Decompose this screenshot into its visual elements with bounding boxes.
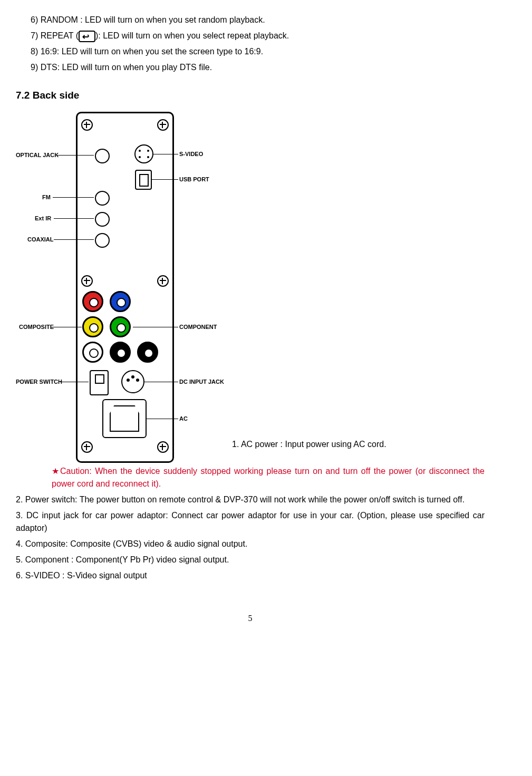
label-optical: OPTICAL JACK [16, 152, 59, 158]
item-7-prefix: 7) REPEAT ( [31, 31, 79, 40]
p5-component: 5. Component : Component(Y Pb Pr) video … [16, 554, 485, 566]
screw-icon [81, 441, 93, 453]
item-7-suffix: ): LED will turn on when you select repe… [95, 31, 289, 40]
item-6-random: 6) RANDOM : LED will turn on when you se… [31, 14, 485, 26]
s-video-port [134, 144, 153, 163]
label-svideo: S-VIDEO [179, 151, 203, 157]
p2-power-switch: 2. Power switch: The power button on rem… [16, 493, 485, 506]
section-heading-back-side: 7.2 Back side [16, 90, 485, 101]
label-composite: COMPOSITE [19, 324, 54, 330]
caution-text: ★Caution: When the device suddenly stopp… [52, 465, 485, 490]
optical-jack-port [95, 149, 110, 163]
item-8-16-9: 8) 16:9: LED will turn on when you set t… [31, 45, 485, 58]
label-fm: FM [42, 194, 51, 200]
rca-black [110, 342, 131, 363]
rca-group [82, 291, 164, 365]
label-powerswitch: POWER SWITCH [16, 379, 62, 385]
coaxial-port [95, 233, 110, 248]
label-coaxial: COAXIAL [27, 236, 54, 242]
rca-white [82, 342, 103, 363]
ac-socket [102, 399, 147, 438]
screw-icon [157, 119, 169, 131]
label-usb: USB PORT [179, 176, 209, 182]
p4-composite: 4. Composite: Composite (CVBS) video & a… [16, 538, 485, 550]
repeat-icon [79, 31, 95, 42]
item-9-dts: 9) DTS: LED will turn on when you play D… [31, 61, 485, 74]
item-7-repeat: 7) REPEAT (): LED will turn on when you … [31, 30, 485, 42]
label-ac: AC [179, 415, 188, 422]
rca-black-2 [137, 342, 158, 363]
rca-blue [110, 291, 131, 312]
dc-input-jack [121, 370, 144, 393]
rca-green [110, 316, 131, 337]
screw-icon [81, 275, 93, 287]
label-component: COMPONENT [179, 324, 217, 330]
ext-ir-port [95, 212, 110, 227]
page-number: 5 [16, 614, 485, 623]
p3-dc-input: 3. DC input jack for car power adaptor: … [16, 509, 485, 535]
label-dcjack: DC INPUT JACK [179, 379, 224, 385]
rca-yellow [82, 316, 103, 337]
screw-icon [81, 119, 93, 131]
fm-port [95, 191, 110, 206]
p1-ac-power: 1. AC power : Input power using AC cord. [232, 440, 386, 460]
p6-svideo: 6. S-VIDEO : S-Video signal output [16, 569, 485, 582]
screw-icon [157, 441, 169, 453]
rca-red [82, 291, 103, 312]
power-switch [90, 370, 109, 395]
usb-port [135, 170, 152, 190]
label-extir: Ext IR [35, 215, 51, 221]
back-side-diagram: OPTICAL JACK FM Ext IR COAXIAL COMPOSITE… [16, 112, 221, 460]
screw-icon [157, 275, 169, 287]
